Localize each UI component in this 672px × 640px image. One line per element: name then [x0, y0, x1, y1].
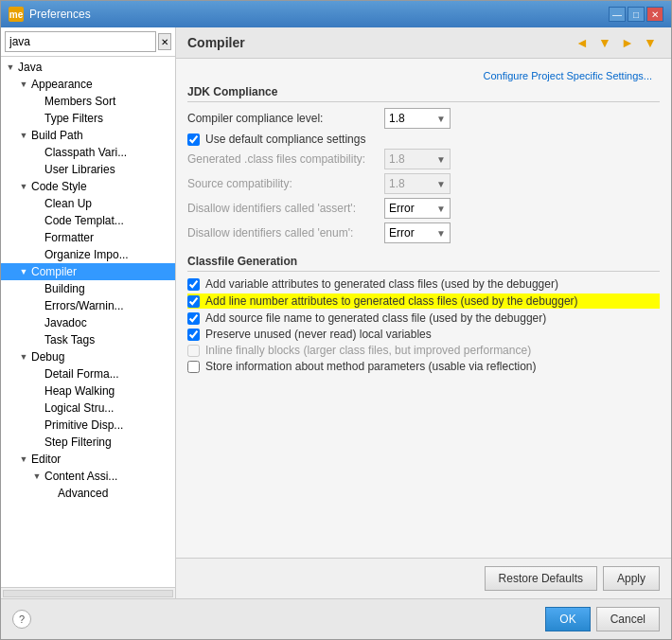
tree-item-heap-walking[interactable]: Heap Walking — [1, 382, 175, 400]
disallow-enum-label: Disallow identifiers called 'enum': — [187, 226, 377, 240]
dialog-footer: ? OK Cancel — [1, 598, 671, 639]
checkbox-add-line-number[interactable] — [187, 295, 200, 308]
jdk-compliance-title: JDK Compliance — [187, 85, 660, 102]
tree-item-primitive-display[interactable]: Primitive Disp... — [1, 417, 175, 434]
tree-item-task-tags[interactable]: Task Tags — [1, 331, 175, 348]
tree-item-label: Classpath Vari... — [43, 146, 127, 159]
use-default-checkbox[interactable] — [187, 133, 200, 146]
help-button[interactable]: ? — [12, 610, 31, 629]
tree-item-formatter[interactable]: Formatter — [1, 229, 175, 246]
classfile-item-add-source-file: Add source file name to generated class … — [187, 311, 660, 325]
tree-arrow: ▼ — [18, 130, 29, 141]
tree-arrow — [31, 198, 43, 209]
tree-arrow: ▼ — [18, 351, 29, 363]
source-compat-row: Source compatibility: 1.8 ▼ — [187, 173, 660, 194]
tree-item-label: Task Tags — [43, 333, 95, 347]
tree-arrow — [31, 147, 43, 158]
label-preserve-unused: Preserve unused (never read) local varia… — [205, 328, 432, 341]
enum-arrow: ▼ — [436, 228, 446, 239]
tree-view: ▼Java▼AppearanceMembers SortType Filters… — [1, 57, 175, 587]
use-default-label: Use default compliance settings — [205, 133, 365, 146]
cancel-button[interactable]: Cancel — [596, 607, 660, 631]
nav-back-button[interactable]: ◄ — [573, 33, 592, 52]
section-buttons: Restore Defaults Apply — [176, 558, 671, 598]
disallow-assert-row: Disallow identifiers called 'assert': Er… — [187, 198, 660, 219]
horizontal-scrollbar[interactable] — [1, 587, 175, 598]
title-bar: me Preferences — □ ✕ — [1, 1, 671, 27]
tree-item-clean-up[interactable]: Clean Up — [1, 195, 175, 212]
tree-item-organize-imports[interactable]: Organize Impo... — [1, 246, 175, 263]
maximize-button[interactable]: □ — [628, 7, 645, 22]
tree-item-label: User Libraries — [43, 163, 115, 176]
nav-menu-button[interactable]: ▼ — [595, 33, 614, 52]
generated-class-value: 1.8 — [389, 152, 405, 166]
classfile-item-add-variable: Add variable attributes to generated cla… — [187, 277, 660, 291]
tree-item-type-filters[interactable]: Type Filters — [1, 110, 175, 127]
tree-arrow — [31, 368, 43, 380]
tree-item-compiler[interactable]: ▼Compiler — [1, 263, 175, 280]
generated-class-row: Generated .class files compatibility: 1.… — [187, 149, 660, 169]
compliance-level-dropdown[interactable]: 1.8 ▼ — [384, 108, 451, 129]
scroll-track[interactable] — [3, 590, 173, 597]
classfile-item-add-line-number: Add line number attributes to generated … — [187, 293, 660, 309]
classfile-generation-section: Classfile Generation Add variable attrib… — [187, 255, 660, 373]
tree-arrow: ▼ — [18, 266, 29, 277]
tree-item-step-filtering[interactable]: Step Filtering — [1, 434, 175, 451]
ok-button[interactable]: OK — [545, 607, 590, 631]
tree-item-advanced[interactable]: Advanced — [1, 485, 175, 502]
checkbox-store-method-params[interactable] — [187, 361, 200, 373]
label-add-variable: Add variable attributes to generated cla… — [205, 277, 558, 291]
tree-item-code-style[interactable]: ▼Code Style — [1, 178, 175, 195]
window-title: Preferences — [29, 8, 91, 21]
tree-item-editor[interactable]: ▼Editor — [1, 451, 175, 468]
right-panel: Compiler ◄ ▼ ► ▼ Configure Project Speci… — [176, 27, 671, 598]
tree-item-label: Compiler — [29, 265, 77, 278]
generated-class-dropdown: 1.8 ▼ — [384, 149, 451, 169]
tree-item-label: Content Assi... — [43, 470, 117, 483]
checkbox-preserve-unused[interactable] — [187, 329, 200, 341]
tree-arrow: ▼ — [18, 453, 29, 465]
tree-item-members-sort[interactable]: Members Sort — [1, 93, 175, 110]
tree-arrow — [31, 317, 43, 329]
tree-item-javadoc[interactable]: Javadoc — [1, 314, 175, 331]
configure-project-link[interactable]: Configure Project Specific Settings... — [187, 66, 660, 85]
tree-arrow — [31, 283, 43, 294]
tree-item-errors-warnings[interactable]: Errors/Warnin... — [1, 297, 175, 314]
tree-arrow — [31, 232, 43, 243]
tree-item-building[interactable]: Building — [1, 280, 175, 297]
tree-item-build-path[interactable]: ▼Build Path — [1, 127, 175, 144]
classfile-item-store-method-params: Store information about method parameter… — [187, 360, 660, 373]
tree-item-label: Logical Stru... — [43, 401, 114, 415]
tree-item-label: Java — [16, 61, 42, 74]
tree-item-label: Members Sort — [43, 95, 115, 108]
close-button[interactable]: ✕ — [646, 7, 663, 22]
tree-item-label: Code Style — [29, 180, 87, 193]
search-input[interactable] — [5, 31, 156, 52]
label-inline-finally: Inline finally blocks (larger class file… — [205, 344, 531, 357]
disallow-enum-dropdown[interactable]: Error ▼ — [384, 222, 451, 243]
tree-item-appearance[interactable]: ▼Appearance — [1, 76, 175, 93]
search-clear-button[interactable]: ✕ — [158, 33, 171, 50]
tree-item-detail-formatters[interactable]: Detail Forma... — [1, 365, 175, 382]
tree-arrow — [31, 113, 43, 124]
tree-item-java[interactable]: ▼Java — [1, 59, 175, 76]
tree-item-content-assist[interactable]: ▼Content Assi... — [1, 468, 175, 485]
tree-item-logical-structure[interactable]: Logical Stru... — [1, 400, 175, 417]
compliance-level-arrow: ▼ — [436, 114, 446, 124]
nav-forward-button[interactable]: ► — [618, 33, 637, 52]
checkbox-add-source-file[interactable] — [187, 312, 200, 325]
tree-item-debug[interactable]: ▼Debug — [1, 348, 175, 365]
nav-forward-menu-button[interactable]: ▼ — [641, 33, 660, 52]
tree-item-classpath-variables[interactable]: Classpath Vari... — [1, 144, 175, 161]
checkbox-inline-finally — [187, 345, 200, 357]
tree-item-label: Building — [43, 282, 85, 295]
use-default-row: Use default compliance settings — [187, 133, 660, 146]
tree-item-user-libraries[interactable]: User Libraries — [1, 161, 175, 178]
apply-button[interactable]: Apply — [603, 566, 660, 591]
restore-defaults-button[interactable]: Restore Defaults — [485, 566, 597, 591]
minimize-button[interactable]: — — [609, 7, 626, 22]
tree-item-code-templates[interactable]: Code Templat... — [1, 212, 175, 229]
checkbox-add-variable[interactable] — [187, 278, 200, 291]
disallow-assert-dropdown[interactable]: Error ▼ — [384, 198, 451, 219]
tree-arrow — [31, 334, 43, 346]
